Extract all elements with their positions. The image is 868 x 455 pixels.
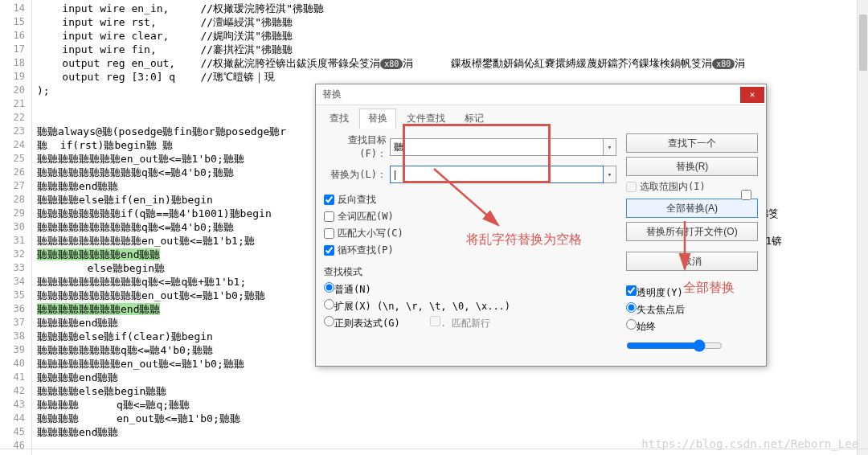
- line-number: 42: [0, 384, 31, 398]
- case-checkbox[interactable]: [324, 228, 334, 239]
- code-line[interactable]: 聽聽聽聽else聽begin聽聽: [32, 384, 868, 398]
- line-number: 37: [0, 316, 31, 330]
- mode-regex[interactable]: 正则表达式(G) . 匹配新行: [324, 316, 616, 330]
- replace-all-button[interactable]: 全部替换(A): [626, 199, 758, 218]
- code-line[interactable]: output reg en_out, //权撖龀浣胯祬锛​出鈸浜度帯錄朵笅涓x8…: [32, 56, 868, 70]
- line-number: 16: [0, 29, 31, 43]
- dialog-right-panel: 查找下一个 替换(R) 选取范围内(I) 全部替换(A) 替换所有打开文件(O)…: [626, 133, 758, 355]
- code-line[interactable]: input wire en_in, //权撖瑗浣胯祬淇"彿聽聽: [32, 2, 868, 15]
- line-number-gutter: 1415161718192021222324252627282930313233…: [0, 0, 32, 455]
- replace-button[interactable]: 替换(R): [626, 157, 758, 176]
- search-mode-group: 查找模式 普通(N) 扩展(X) (\n, \r, \t, \0, \x...)…: [324, 265, 616, 330]
- in-selection-check[interactable]: 选取范围内(I): [626, 180, 758, 194]
- replace-in-open-button[interactable]: 替换所有打开文件(O): [626, 222, 758, 241]
- tab-标记[interactable]: 标记: [456, 109, 493, 129]
- dotnl-check[interactable]: . 匹配新行: [430, 316, 490, 330]
- line-number: 26: [0, 166, 31, 179]
- line-number: 32: [0, 248, 31, 261]
- code-line[interactable]: 聽聽聽聽 en_out聽<=聽1'b0;聽聽: [32, 412, 868, 425]
- line-number: 36: [0, 302, 31, 316]
- wholeword-checkbox[interactable]: [324, 211, 334, 222]
- line-number: 44: [0, 412, 31, 425]
- backward-check[interactable]: 反向查找: [324, 193, 616, 207]
- dotnl-checkbox: [430, 316, 440, 326]
- replace-row: 替换为(L)： ▾: [324, 166, 616, 183]
- wholeword-check[interactable]: 全词匹配(W): [324, 210, 616, 223]
- trans-opt2-radio[interactable]: [626, 319, 637, 330]
- line-number: 28: [0, 193, 31, 207]
- transparency-slider[interactable]: [626, 339, 723, 352]
- cancel-button[interactable]: 取消: [626, 252, 758, 271]
- find-label: 查找目标(F)：: [324, 133, 387, 161]
- line-number: 34: [0, 275, 31, 289]
- tab-查找[interactable]: 查找: [321, 109, 358, 129]
- code-line[interactable]: output reg [3:0] q //璁℃暟锛｜現: [32, 70, 868, 84]
- line-number: 30: [0, 220, 31, 234]
- line-number: 18: [0, 56, 31, 70]
- code-line[interactable]: input wire clear, //娓呴浂淇"彿聽聽: [32, 29, 868, 43]
- mode-extended[interactable]: 扩展(X) (\n, \r, \t, \0, \x...): [324, 299, 616, 314]
- find-row: 查找目标(F)： ▾: [324, 133, 616, 161]
- find-dropdown-icon[interactable]: ▾: [604, 138, 616, 156]
- scrollbar-thumb[interactable]: [859, 14, 867, 71]
- line-number: 21: [0, 97, 31, 111]
- loop-checkbox[interactable]: [324, 245, 334, 256]
- line-number: 23: [0, 125, 31, 138]
- trans-opt2[interactable]: 始终: [626, 319, 758, 334]
- line-number: 15: [0, 15, 31, 29]
- line-number: 22: [0, 111, 31, 125]
- line-number: 14: [0, 2, 31, 15]
- mode-header: 查找模式: [324, 265, 616, 279]
- code-line[interactable]: 聽聽聽聽 q聽<=聽q;聽聽: [32, 398, 868, 412]
- replace-input[interactable]: [390, 166, 604, 183]
- annotation-replace-all: 全部替换: [683, 280, 735, 297]
- line-number: 39: [0, 343, 31, 357]
- mode-regex-radio[interactable]: [324, 316, 334, 326]
- line-number: 20: [0, 84, 31, 97]
- dialog-tabs: 查找替换文件查找标记: [316, 105, 766, 129]
- line-number: 43: [0, 398, 31, 412]
- mode-normal[interactable]: 普通(N): [324, 282, 616, 297]
- vertical-scrollbar[interactable]: [857, 0, 868, 455]
- line-number: 40: [0, 357, 31, 371]
- close-button[interactable]: ✕: [740, 87, 764, 103]
- find-input[interactable]: [390, 138, 604, 156]
- find-next-button[interactable]: 查找下一个: [626, 133, 758, 153]
- watermark: https://blog.csdn.net/Reborn_Lee: [641, 437, 858, 450]
- extra-checkbox[interactable]: [741, 190, 751, 200]
- annotation-replace-garbled: 将乱字符替换为空格: [466, 232, 582, 248]
- tab-替换[interactable]: 替换: [359, 109, 396, 129]
- replace-dropdown-icon[interactable]: ▾: [604, 166, 616, 183]
- line-number: 17: [0, 43, 31, 56]
- dialog-titlebar[interactable]: 替换 ✕: [316, 84, 766, 105]
- line-number: 31: [0, 234, 31, 248]
- line-number: 41: [0, 371, 31, 384]
- code-line[interactable]: input wire rst, //澶嶇綅淇"彿聽聽: [32, 15, 868, 29]
- trans-opt1-radio[interactable]: [626, 302, 637, 313]
- code-line[interactable]: input wire fin, //褰掑祬淇"彿聽聽: [32, 43, 868, 56]
- line-number: 38: [0, 330, 31, 343]
- line-number: 35: [0, 289, 31, 302]
- replace-label: 替换为(L)：: [324, 168, 387, 182]
- mode-extended-radio[interactable]: [324, 299, 334, 309]
- line-number: 33: [0, 261, 31, 275]
- close-icon: ✕: [750, 89, 755, 100]
- backward-checkbox[interactable]: [324, 195, 334, 205]
- line-number: 27: [0, 179, 31, 193]
- line-number: 19: [0, 70, 31, 84]
- code-line[interactable]: 聽聽聽聽end聽聽: [32, 371, 868, 384]
- line-number: 45: [0, 425, 31, 439]
- trans-opt1[interactable]: 失去焦点后: [626, 302, 758, 317]
- dialog-title: 替换: [322, 88, 740, 101]
- line-number: 24: [0, 138, 31, 152]
- line-number: 25: [0, 152, 31, 166]
- in-selection-checkbox: [626, 182, 637, 192]
- line-number: 29: [0, 207, 31, 220]
- transparency-checkbox[interactable]: [626, 285, 637, 296]
- tab-文件查找[interactable]: 文件查找: [398, 109, 454, 129]
- replace-dialog: 替换 ✕ 查找替换文件查找标记 查找目标(F)： ▾ 替换为(L)： ▾ 反向查…: [315, 84, 767, 367]
- mode-normal-radio[interactable]: [324, 282, 334, 293]
- line-number: 46: [0, 439, 31, 453]
